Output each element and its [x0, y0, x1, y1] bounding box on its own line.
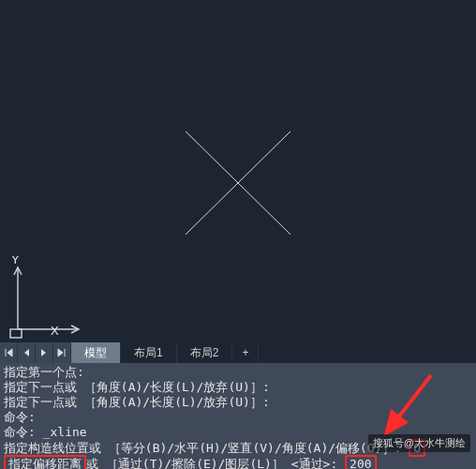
cmd-line: 指定第一个点: — [4, 365, 472, 380]
svg-rect-2 — [10, 329, 22, 338]
layout-tabbar: 模型 布局1 布局2 + — [0, 342, 476, 363]
command-window[interactable]: 指定第一个点: 指定下一点或 ［角度(A)/长度(L)/放弃(U)］: 指定下一… — [0, 363, 476, 469]
cmd-line: 指定偏移距离或 ［通过(T)/擦除(E)/图层(L)］ <通过>: 200 — [4, 456, 472, 469]
tab-nav-last[interactable] — [53, 342, 71, 363]
ucs-icon: X Y — [4, 256, 88, 340]
watermark: 搜狐号@大水牛测绘 — [368, 434, 470, 452]
tab-nav-first[interactable] — [0, 342, 18, 363]
tab-nav-next[interactable] — [36, 342, 53, 363]
ucs-x-label: X — [51, 324, 59, 338]
cmd-line: 指定下一点或 ［角度(A)/长度(L)/放弃(U)］: — [4, 395, 472, 410]
tab-layout1[interactable]: 布局1 — [121, 342, 177, 363]
tab-model[interactable]: 模型 — [71, 342, 121, 363]
tab-nav-prev[interactable] — [18, 342, 36, 363]
cmd-text: 指定构造线位置或 ［等分(B)/水平(H)/竖直(V)/角度(A)/偏移(O)］… — [4, 441, 409, 455]
cmd-line: 指定下一点或 ［角度(A)/长度(L)/放弃(U)］: — [4, 380, 472, 395]
cmd-text: 或 ［通过(T)/擦除(E)/图层(L)］ <通过>: — [86, 457, 345, 469]
tab-add[interactable]: + — [232, 342, 259, 363]
ucs-y-label: Y — [11, 256, 20, 266]
drawing-viewport[interactable]: X Y — [0, 0, 476, 342]
highlight-offset-distance: 200 — [345, 455, 376, 469]
tab-layout2[interactable]: 布局2 — [177, 342, 233, 363]
cmd-line: 命令: — [4, 410, 472, 425]
highlight-prompt-label: 指定偏移距离 — [4, 455, 86, 469]
